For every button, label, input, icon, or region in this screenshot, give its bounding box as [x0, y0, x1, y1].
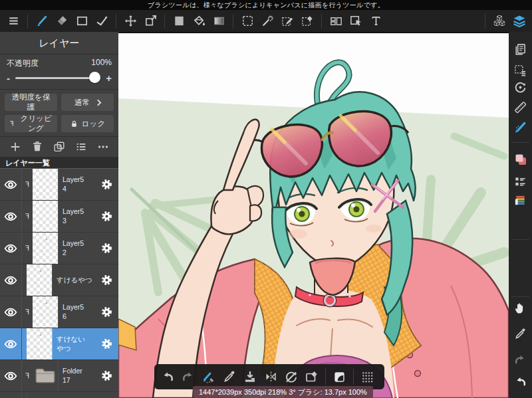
gear-icon [100, 209, 114, 223]
opacity-slider[interactable] [15, 77, 100, 79]
deco-brush-button[interactable] [512, 120, 529, 134]
tool-text-button[interactable] [366, 12, 386, 31]
menu-button[interactable] [3, 12, 23, 31]
delete-layer-button[interactable] [28, 138, 47, 156]
layer-visibility-button[interactable] [0, 169, 22, 200]
layer-list-button[interactable] [72, 138, 90, 156]
status-text: 1447*2039px 350dpi 218% 3° ブラシ: 13.7px 1… [199, 388, 367, 396]
layer-thumbnail[interactable] [33, 233, 58, 264]
ruler-button[interactable] [512, 100, 529, 114]
lock-button[interactable]: ロック [61, 115, 114, 132]
tool-polyline-button[interactable] [92, 12, 112, 31]
reset-view-button[interactable] [512, 80, 529, 94]
layer-row[interactable]: Layer5 6 [0, 296, 118, 328]
right-sidebar [509, 32, 532, 398]
layer-row[interactable]: Layer5 3 [0, 201, 118, 233]
select-list-button[interactable] [512, 63, 529, 78]
blend-mode-button[interactable]: 通常 [61, 94, 114, 111]
duplicate-icon [53, 140, 66, 153]
redo-button-side[interactable] [512, 352, 529, 367]
folder-icon [35, 367, 56, 385]
color-palette-button[interactable] [512, 193, 529, 207]
layer-visibility-button[interactable] [0, 264, 22, 296]
color-swatch-icon [513, 152, 528, 167]
object-select-icon [349, 14, 363, 28]
color-swatch-button[interactable] [512, 152, 529, 167]
no-rotation-icon [284, 369, 299, 384]
tool-fill-rect-button[interactable] [169, 12, 189, 31]
tool-select-eraser-button[interactable] [297, 12, 317, 31]
tool-eraser-button[interactable] [52, 12, 72, 31]
tool-bucket-button[interactable] [189, 12, 209, 31]
cubes-3d-icon [492, 14, 507, 29]
main-toolbar [0, 10, 532, 32]
layer-settings-button[interactable] [94, 241, 118, 255]
canvas[interactable]: 1447*2039px 350dpi 218% 3° ブラシ: 13.7px 1… [118, 32, 509, 398]
layer-thumbnail[interactable] [33, 201, 58, 232]
layer-settings-button[interactable] [94, 305, 118, 319]
move-icon [124, 14, 138, 28]
tool-select-pen-button[interactable] [277, 12, 297, 31]
hand-pan-button[interactable] [512, 300, 529, 315]
tool-magic-wand-button[interactable] [257, 12, 277, 31]
sidebar-divider [511, 239, 529, 240]
eyedropper-button[interactable] [512, 326, 529, 341]
layer-row[interactable] [0, 392, 118, 398]
tool-move-button[interactable] [120, 12, 140, 31]
layer-visibility-button[interactable] [0, 201, 22, 232]
tool-select-button[interactable] [237, 12, 257, 31]
duplicate-layer-button[interactable] [50, 138, 68, 156]
tool-object-select-button[interactable] [346, 12, 366, 31]
layers-panel-button[interactable] [509, 12, 529, 31]
eye-icon [4, 177, 17, 193]
polyline-pen-icon [95, 14, 109, 28]
layer-visibility-button[interactable] [0, 296, 22, 328]
layer-thumbnail[interactable] [33, 169, 58, 200]
layer-visibility-button[interactable] [0, 392, 22, 398]
tool-divide-button[interactable] [326, 12, 346, 31]
toolbar-divider [321, 14, 322, 29]
layer-settings-button[interactable] [94, 273, 118, 287]
layer-settings-button[interactable] [94, 177, 118, 191]
layer-settings-button[interactable] [94, 337, 118, 351]
layer-label: Layer5 3 [58, 201, 94, 232]
sidebar-divider [511, 142, 529, 143]
clipping-button[interactable]: クリッピング [5, 115, 57, 132]
layer-row[interactable]: Folder 17 [0, 360, 118, 392]
save-download-icon [243, 369, 257, 384]
layer-thumbnail[interactable] [27, 264, 52, 296]
opacity-plus-button[interactable]: + [106, 73, 112, 83]
redo-icon [513, 353, 527, 367]
palette-list-button[interactable] [512, 174, 529, 189]
layer-visibility-button[interactable] [0, 233, 22, 264]
layer-thumbnail[interactable] [33, 360, 58, 391]
fill-rect-icon [172, 14, 186, 28]
layer-thumbnail[interactable] [27, 328, 52, 359]
layer-row[interactable]: Layer5 4 [0, 169, 118, 201]
tool-transform-button[interactable] [140, 12, 160, 31]
tool-gradient-button[interactable] [209, 12, 229, 31]
material-3d-button[interactable] [489, 12, 509, 31]
tool-shape-button[interactable] [72, 12, 92, 31]
layer-settings-button[interactable] [94, 209, 118, 223]
layer-panel: レイヤー 不透明度 100% - + 透明度を保護 通常 [0, 32, 118, 398]
layer-visibility-button[interactable] [0, 360, 22, 391]
protect-alpha-button[interactable]: 透明度を保護 [5, 94, 57, 111]
select-eraser-icon [301, 14, 315, 28]
more-options-button[interactable] [94, 138, 112, 156]
layer-visibility-button[interactable] [0, 328, 22, 359]
layer-row[interactable]: すけない やつ [0, 328, 118, 360]
undo-button[interactable] [157, 364, 178, 389]
layer-row[interactable]: すけるやつ [0, 264, 118, 296]
opacity-slider-knob[interactable] [89, 72, 100, 83]
undo-button-side[interactable] [512, 374, 529, 389]
add-layer-button[interactable] [6, 138, 25, 156]
tool-brush-button[interactable] [32, 12, 52, 31]
layer-row[interactable]: Layer5 2 [0, 233, 118, 264]
layer-thumbnail[interactable] [33, 296, 58, 328]
opacity-minus-button[interactable]: - [7, 73, 10, 83]
layer-settings-button[interactable] [94, 369, 118, 383]
toolbar-divider [116, 14, 116, 29]
pages-button[interactable] [512, 42, 529, 56]
toolbar-divider [325, 369, 326, 385]
